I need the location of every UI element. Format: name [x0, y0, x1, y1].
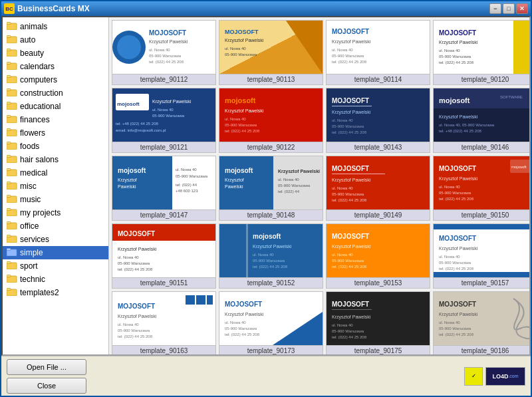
svg-text:05-900 Warszawa: 05-900 Warszawa — [439, 55, 471, 59]
sidebar-item-label: sport — [20, 261, 38, 271]
svg-text:Krzysztof Pawelski: Krzysztof Pawelski — [225, 38, 264, 43]
folder-icon — [7, 128, 17, 138]
card-item-template_90147[interactable]: mojosoftKrzysztofPawelskiul. Nowa 4005-9… — [112, 156, 216, 221]
card-item-template_90120[interactable]: MOJOSOFTKrzysztof Pawelskiul. Nowa 4005-… — [433, 20, 529, 85]
sidebar-item-medical[interactable]: medical — [3, 166, 108, 180]
card-item-template_90173[interactable]: MOJOSOFTKrzysztof Pawelskiul. Nowa 4005-… — [219, 291, 323, 354]
sidebar-item-auto[interactable]: auto — [3, 33, 108, 47]
sidebar-item-label: educational — [20, 102, 61, 111]
svg-text:05-900 Warszawa: 05-900 Warszawa — [278, 184, 311, 188]
open-file-button[interactable]: Open File ... — [7, 359, 86, 375]
card-preview-template_90153: MOJOSOFTKrzysztof Pawelskiul. Nowa 4005-… — [327, 224, 430, 277]
svg-text:ul. Nowa 40, 05-900 Warszawa: ul. Nowa 40, 05-900 Warszawa — [439, 123, 495, 127]
folder-icon — [7, 74, 17, 85]
svg-text:ul. Nowa 40: ul. Nowa 40 — [152, 108, 174, 112]
card-item-template_90114[interactable]: MOJOSOFTKrzysztof Pawelskiul. Nowa 4005-… — [326, 20, 430, 85]
card-preview-template_90149: MOJOSOFTKrzysztof Pawelskiul. Nowa 4005-… — [327, 156, 430, 209]
svg-rect-41 — [7, 289, 11, 291]
sidebar-item-simple[interactable]: simple — [3, 246, 108, 259]
sidebar-item-office[interactable]: office — [3, 219, 108, 233]
svg-rect-29 — [7, 209, 11, 211]
sidebar-item-construction[interactable]: construction — [3, 86, 108, 100]
sidebar-item-label: medical — [20, 168, 47, 178]
sidebar-item-misc[interactable]: misc — [3, 180, 108, 193]
svg-rect-155 — [434, 272, 529, 277]
close-button[interactable]: Close — [7, 378, 86, 394]
card-item-template_90143[interactable]: MOJOSOFTKrzysztof Pawelskiul. Nowa 4005-… — [326, 88, 430, 153]
svg-text:mojosoft: mojosoft — [253, 233, 281, 240]
restore-button[interactable]: □ — [503, 3, 515, 14]
sidebar-item-finances[interactable]: finances — [3, 113, 108, 126]
svg-text:Krzysztof Pawelski: Krzysztof Pawelski — [225, 312, 264, 317]
svg-text:ul. Nowa 40: ul. Nowa 40 — [253, 253, 274, 257]
card-label: template_90121 — [112, 142, 215, 152]
card-item-template_90186[interactable]: MOJOSOFTKrzysztof Pawelskiul. Nowa 4005-… — [433, 291, 529, 354]
card-label: template_90149 — [327, 209, 430, 220]
card-item-template_90151[interactable]: MOJOSOFTKrzysztof Pawelskiul. Nowa 4005-… — [112, 223, 216, 289]
sidebar-item-beauty[interactable]: beauty — [3, 47, 108, 60]
sidebar-item-templates2[interactable]: templates2 — [3, 286, 108, 299]
svg-rect-115 — [332, 174, 385, 174]
sidebar-item-music[interactable]: music — [3, 193, 108, 206]
svg-text:Krzysztof Pawelski: Krzysztof Pawelski — [118, 247, 157, 252]
svg-rect-85 — [332, 106, 372, 106]
svg-rect-3 — [7, 36, 11, 38]
svg-text:05-900 Warszawa: 05-900 Warszawa — [332, 259, 364, 263]
svg-text:MOJOSOFT: MOJOSOFT — [149, 29, 186, 37]
card-item-template_90149[interactable]: MOJOSOFTKrzysztof Pawelskiul. Nowa 4005-… — [326, 156, 430, 221]
svg-text:ul. Nowa 40: ul. Nowa 40 — [332, 323, 353, 327]
card-item-template_90121[interactable]: mojosoftKrzysztof Pawelskiul. Nowa 4005-… — [112, 88, 216, 153]
card-item-template_90163[interactable]: MOJOSOFTKrzysztof Pawelskiul. Nowa 4005-… — [112, 291, 216, 354]
card-item-template_90153[interactable]: MOJOSOFTKrzysztof Pawelskiul. Nowa 4005-… — [326, 223, 430, 289]
svg-text:Krzysztof Pawelski: Krzysztof Pawelski — [118, 314, 157, 319]
card-preview-template_90157: MOJOSOFTKrzysztof Pawelskiul. Nowa 4005-… — [434, 224, 529, 277]
svg-text:ul. Nowa 40: ul. Nowa 40 — [278, 178, 299, 182]
card-label: template_90113 — [219, 74, 323, 84]
svg-text:mojosoft: mojosoft — [511, 165, 527, 169]
svg-rect-174 — [332, 309, 372, 310]
sidebar-item-computers[interactable]: computers — [3, 73, 108, 86]
svg-rect-25 — [7, 182, 11, 184]
card-item-template_90150[interactable]: MOJOSOFTKrzysztof Pawelskiul. Nowa 4005-… — [433, 156, 529, 221]
card-item-template_90113[interactable]: MOJOSOFTKrzysztof Pawelskiul. Nowa 4005-… — [219, 20, 323, 85]
svg-rect-1 — [7, 23, 11, 25]
sidebar-item-calendars[interactable]: calendars — [3, 60, 108, 73]
close-window-button[interactable]: ✕ — [516, 3, 528, 14]
card-item-template_90157[interactable]: MOJOSOFTKrzysztof Pawelskiul. Nowa 4005-… — [433, 223, 529, 289]
card-label: template_90152 — [219, 277, 323, 288]
card-item-template_90148[interactable]: mojosoftKrzysztofPawelskiKrzysztof Pawel… — [219, 156, 323, 221]
folder-icon — [7, 88, 17, 98]
svg-text:tel: (022) 44: tel: (022) 44 — [176, 183, 198, 187]
svg-text:Krzysztof Pawelski: Krzysztof Pawelski — [332, 39, 371, 45]
svg-text:05-900 Warszawa: 05-900 Warszawa — [332, 329, 364, 333]
card-item-template_90122[interactable]: mojosoftKrzysztof Pawelskiul. Nowa 4005-… — [219, 88, 323, 153]
sidebar-item-sport[interactable]: sport — [3, 259, 108, 273]
svg-text:05-900 Warszawa: 05-900 Warszawa — [253, 259, 285, 263]
sidebar-item-flowers[interactable]: flowers — [3, 126, 108, 140]
sidebar-item-animals[interactable]: animals — [3, 20, 108, 33]
folder-icon — [7, 261, 17, 271]
svg-rect-35 — [7, 249, 11, 251]
svg-text:tel: (022) 44 25 208: tel: (022) 44 25 208 — [332, 60, 367, 64]
sidebar-item-foods[interactable]: foods — [3, 140, 108, 153]
card-label: template_90175 — [327, 345, 430, 354]
sidebar-item-technic[interactable]: technic — [3, 273, 108, 286]
sidebar-item-services[interactable]: services — [3, 233, 108, 246]
svg-rect-149 — [434, 224, 529, 229]
card-item-template_90146[interactable]: mojosoftSOFTWAREKrzysztof Pawelskiul. No… — [433, 88, 529, 153]
sidebar-item-educational[interactable]: educational — [3, 100, 108, 113]
sidebar-item-label: office — [20, 221, 39, 231]
svg-rect-7 — [7, 63, 11, 65]
card-label: template_90150 — [434, 209, 529, 220]
card-preview-template_90151: MOJOSOFTKrzysztof Pawelskiul. Nowa 4005-… — [112, 224, 215, 277]
card-item-template_90175[interactable]: MOJOSOFTKrzysztof Pawelskiul. Nowa 4005-… — [326, 291, 430, 354]
minimize-button[interactable]: − — [489, 3, 501, 14]
svg-rect-63 — [513, 21, 529, 74]
card-item-template_90152[interactable]: mojosoftKrzysztof Pawelskiul. Nowa 4005-… — [219, 223, 323, 289]
sidebar-item-hair salons[interactable]: hair salons — [3, 153, 108, 166]
card-item-template_90112[interactable]: MOJOSOFTKrzysztof Pawelskiul. Nowa 4005-… — [112, 20, 216, 85]
sidebar-item-label: calendars — [20, 62, 55, 71]
sidebar-item-my projects[interactable]: my projects — [3, 206, 108, 219]
card-label: template_90147 — [112, 209, 215, 220]
svg-text:Krzysztof Pawelski: Krzysztof Pawelski — [439, 40, 478, 45]
